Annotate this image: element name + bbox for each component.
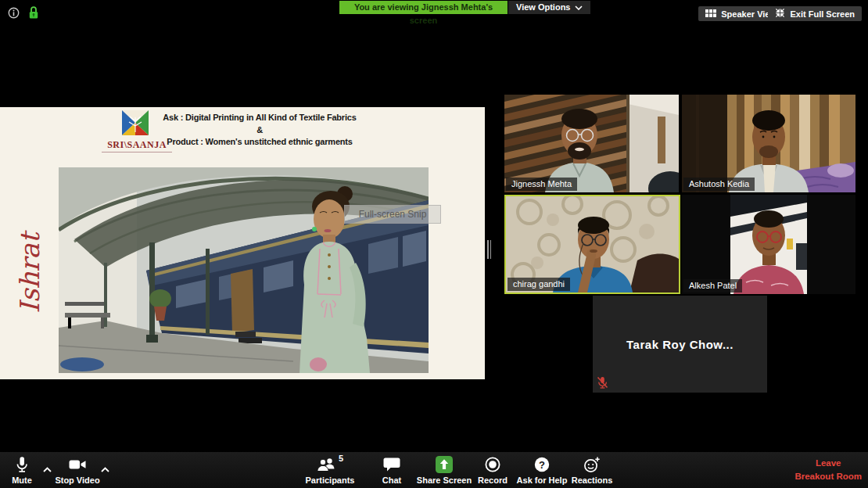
info-icon[interactable] [8,7,20,19]
question-icon: ? [533,456,551,474]
record-label: Record [478,475,508,485]
ask-for-help-button[interactable]: ? Ask for Help [516,456,568,485]
stop-video-label: Stop Video [55,475,99,485]
exit-full-screen-label: Exit Full Screen [790,9,855,19]
view-options-button[interactable]: View Options [508,1,590,14]
participant-tile-chirag-gandhi-active-speaker[interactable]: chirag gandhi [504,195,680,294]
participants-label: Participants [306,475,355,485]
participants-button[interactable]: 5 Participants [301,456,359,485]
shared-screen: SRI\SAANJA Ask : Digital Printing in All… [0,107,485,379]
mic-muted-icon [597,376,608,389]
share-screen-button[interactable]: Share Screen [418,456,470,485]
exit-fullscreen-icon [775,8,785,20]
bottom-toolbar: Mute Stop Video 5 Participants [0,452,868,488]
chat-icon [382,456,401,474]
ask-line-3: Product : Women's unstitched ethnic garm… [153,136,366,149]
participant-name: chirag gandhi [508,278,570,291]
stop-video-button[interactable]: Stop Video [53,456,102,485]
presentation-header: Ask : Digital Printing in All Kind of Te… [153,112,366,149]
participant-name: Jignessh Mehta [506,178,577,191]
exit-full-screen-button[interactable]: Exit Full Screen [768,6,862,21]
station-scene [59,167,429,373]
participant-tile-ashutosh-kedia[interactable]: Ashutosh Kedia [682,95,855,192]
participant-tile-tarak-roy-video-off[interactable]: Tarak Roy Chow... [593,296,767,393]
sri-saanja-logo [120,110,151,138]
model-photo [59,167,429,373]
participant-name: Tarak Roy Chow... [626,338,733,351]
chat-button[interactable]: Chat [374,456,410,485]
grid-icon [705,9,716,20]
mute-label: Mute [12,475,32,485]
participant-name: Alkesh Patel [683,279,742,292]
leave-breakout-room-button[interactable]: Leave Breakout Room [794,457,862,484]
viewing-banner: You are viewing Jignessh Mehta's screen [339,1,508,14]
record-icon [484,456,501,474]
microphone-icon [13,456,30,474]
mute-options-chevron-icon[interactable] [42,462,52,469]
participant-tile-alkesh-patel[interactable]: Alkesh Patel [682,195,855,294]
camera-icon [68,456,87,474]
reactions-label: Reactions [572,475,613,485]
zoom-meeting-window: You are viewing Jignessh Mehta's screen … [0,0,868,488]
participant-tile-jignessh-mehta[interactable]: Jignessh Mehta [504,95,679,192]
snip-tooltip: Full-screen Snip [344,205,441,224]
share-screen-label: Share Screen [417,475,472,485]
ask-for-help-label: Ask for Help [517,475,568,485]
leave-line-1: Leave [794,457,862,470]
participant-name: Ashutosh Kedia [683,178,755,191]
share-screen-icon [436,456,453,474]
leave-line-2: Breakout Room [794,470,862,483]
participants-icon [317,456,337,476]
chevron-down-icon [575,1,583,14]
top-bar: You are viewing Jignessh Mehta's screen … [0,0,868,23]
view-options-label: View Options [516,1,570,14]
chat-label: Chat [382,475,401,485]
lock-icon[interactable] [28,5,39,20]
smiley-plus-icon [583,456,601,474]
reactions-button[interactable]: Reactions [569,456,615,485]
ask-line-1: Ask : Digital Printing in All Kind of Te… [153,112,366,124]
video-options-chevron-icon[interactable] [100,462,110,469]
ishrat-watermark: Ishrat [14,195,45,351]
svg-text:?: ? [539,459,545,471]
ask-line-2: & [153,124,366,137]
participants-count-badge: 5 [339,454,343,463]
panel-resize-handle[interactable] [487,240,493,259]
record-button[interactable]: Record [474,456,511,485]
mute-button[interactable]: Mute [3,456,41,485]
